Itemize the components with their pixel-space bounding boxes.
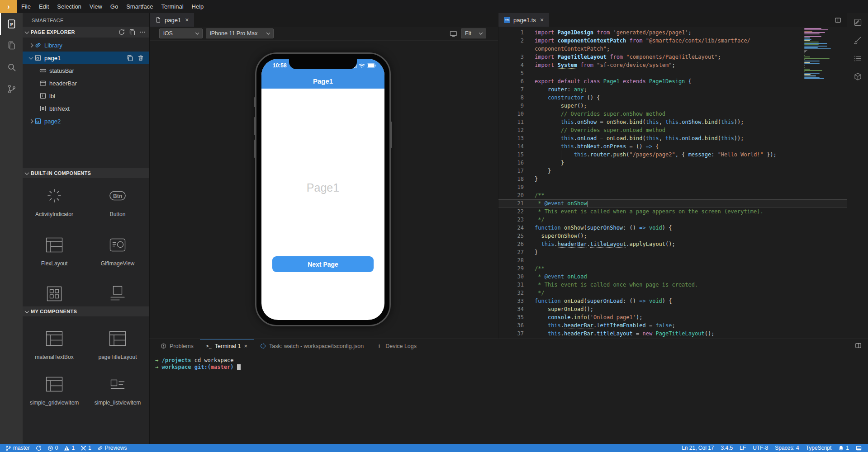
code-line[interactable]: 30 * @event onLoad bbox=[498, 273, 847, 281]
built-in-components-header[interactable]: BUILT-IN COMPONENTS bbox=[23, 168, 149, 178]
code-line[interactable]: 33function onLoad(superOnLoad: () => voi… bbox=[498, 297, 847, 305]
component-item-ActivityIndicator[interactable]: ActivityIndicator bbox=[23, 178, 86, 227]
menu-terminal[interactable]: Terminal bbox=[157, 0, 187, 13]
tree-item-headerbar[interactable]: headerBar bbox=[23, 77, 149, 89]
code-line[interactable]: 9 super(); bbox=[498, 102, 847, 110]
code-line[interactable]: 21 * @event onShow bbox=[498, 199, 847, 207]
code-line[interactable]: 34 superOnLoad(); bbox=[498, 305, 847, 313]
status-encoding[interactable]: UTF-8 bbox=[753, 445, 768, 451]
status-notifications[interactable]: 1 bbox=[838, 445, 849, 451]
app-logo-icon[interactable]: › bbox=[0, 0, 17, 13]
menu-go[interactable]: Go bbox=[106, 0, 122, 13]
activity-item-source-control[interactable] bbox=[0, 78, 23, 100]
rotate-device-icon[interactable] bbox=[450, 30, 457, 37]
component-item-materialTextBox[interactable]: materialTextBox bbox=[23, 316, 86, 362]
component-item-FlexLayout[interactable]: FlexLayout bbox=[23, 227, 86, 277]
code-line[interactable]: 24function onShow(superOnShow: () => voi… bbox=[498, 224, 847, 232]
component-item-simple_listviewitem[interactable]: simple_listviewitem bbox=[86, 362, 149, 408]
panel-layout-icon[interactable] bbox=[855, 342, 862, 349]
component-item-pageTitleLayout[interactable]: pageTitleLayout bbox=[86, 316, 149, 362]
more-icon[interactable] bbox=[139, 29, 146, 35]
properties-list-icon[interactable] bbox=[847, 49, 868, 67]
theme-brush-icon[interactable] bbox=[847, 31, 868, 49]
modules-cube-icon[interactable] bbox=[847, 67, 868, 85]
status-layout-toggle[interactable] bbox=[856, 445, 862, 451]
code-line[interactable]: 7 router: any; bbox=[498, 85, 847, 94]
status-cursor-position[interactable]: Ln 21, Col 17 bbox=[682, 445, 714, 451]
menu-help[interactable]: Help bbox=[188, 0, 208, 13]
menu-smartface[interactable]: Smartface bbox=[122, 0, 157, 13]
code-line[interactable]: 37 this.headerBar.titleLayout = new Page… bbox=[498, 330, 847, 338]
status-version[interactable]: 3.4.5 bbox=[721, 445, 733, 451]
panel-tab-terminal-1[interactable]: >_Terminal 1× bbox=[200, 339, 254, 353]
component-item-grid-view[interactable] bbox=[23, 277, 86, 306]
code-line[interactable]: 5 bbox=[498, 69, 847, 77]
code-line[interactable]: 32 */ bbox=[498, 289, 847, 297]
code-line[interactable]: 1import Page1Design from 'generated/page… bbox=[498, 28, 847, 37]
status-indentation[interactable]: Spaces: 4 bbox=[775, 445, 799, 451]
status-eol[interactable]: LF bbox=[740, 445, 746, 451]
activity-item-smartface[interactable]: P bbox=[0, 13, 23, 35]
menu-file[interactable]: File bbox=[17, 0, 35, 13]
code-line[interactable]: 10 // Overrides super.onShow method bbox=[498, 110, 847, 118]
code-line[interactable]: 16 } bbox=[498, 159, 847, 167]
code-line[interactable]: 20/** bbox=[498, 191, 847, 199]
status-warnings[interactable]: 1 bbox=[64, 445, 75, 451]
close-icon[interactable]: × bbox=[184, 16, 190, 24]
code-line[interactable]: 13 this.onLoad = onLoad.bind(this, this.… bbox=[498, 134, 847, 142]
code-line[interactable]: 36 this.headerBar.leftItemEnabled = fals… bbox=[498, 321, 847, 330]
status-errors[interactable]: 0 bbox=[47, 445, 58, 451]
duplicate-icon[interactable] bbox=[127, 55, 133, 61]
component-item-image-view[interactable] bbox=[86, 277, 149, 306]
close-icon[interactable]: × bbox=[539, 16, 545, 24]
component-item-Button[interactable]: BtnButton bbox=[86, 178, 149, 227]
code-line[interactable]: 31 * This event is called once when page… bbox=[498, 281, 847, 289]
code-line[interactable]: 25 superOnShow(); bbox=[498, 232, 847, 240]
tree-item-btnnext[interactable]: BbtnNext bbox=[23, 102, 149, 115]
tab-page1-ts[interactable]: TS page1.ts × bbox=[498, 13, 549, 27]
code-line[interactable]: 23 */ bbox=[498, 216, 847, 224]
terminal-output[interactable]: → /projects cd workspace→ workspace git:… bbox=[155, 357, 863, 441]
panel-tab-device-logs[interactable]: iDevice Logs bbox=[370, 339, 423, 353]
status-sync[interactable] bbox=[36, 445, 42, 451]
code-line[interactable]: 18} bbox=[498, 175, 847, 183]
device-select[interactable]: iPhone 11 Pro Max bbox=[206, 28, 274, 38]
page-explorer-header[interactable]: PAGE EXPLORER bbox=[23, 27, 149, 38]
code-line[interactable]: 6export default class Page1 extends Page… bbox=[498, 77, 847, 85]
component-item-GifImageView[interactable]: GifImageView bbox=[86, 227, 149, 277]
tree-item-page1[interactable]: page1 bbox=[23, 52, 149, 64]
code-line[interactable]: 12 // Overrides super.onLoad method bbox=[498, 126, 847, 134]
code-line[interactable]: 11 this.onShow = onShow.bind(this, this.… bbox=[498, 118, 847, 126]
code-line[interactable]: 15 this.router.push("/pages/page2", { me… bbox=[498, 151, 847, 159]
refresh-icon[interactable] bbox=[119, 29, 125, 35]
tree-item-page2[interactable]: page2 bbox=[23, 115, 149, 127]
code-line[interactable]: 22 * This event is called when a page ap… bbox=[498, 207, 847, 216]
code-line[interactable]: 27} bbox=[498, 248, 847, 256]
tree-item-lbl[interactable]: Llbl bbox=[23, 89, 149, 102]
os-select[interactable]: iOS bbox=[159, 28, 203, 38]
component-item-simple_gridviewItem[interactable]: simple_gridviewItem bbox=[23, 362, 86, 408]
close-icon[interactable]: × bbox=[244, 343, 248, 349]
my-components-header[interactable]: MY COMPONENTS bbox=[23, 306, 149, 316]
design-editor-icon[interactable] bbox=[847, 13, 868, 31]
code-line[interactable]: 19 bbox=[498, 183, 847, 191]
code-line[interactable]: 14 this.btnNext.onPress = () => { bbox=[498, 142, 847, 151]
code-line[interactable]: 4import System from "sf-core/device/syst… bbox=[498, 61, 847, 69]
menu-selection[interactable]: Selection bbox=[53, 0, 85, 13]
activity-item-pages[interactable] bbox=[0, 35, 23, 56]
status-branch[interactable]: master bbox=[5, 445, 30, 451]
code-line[interactable]: 8 constructor () { bbox=[498, 94, 847, 102]
code-line[interactable]: 35 console.info('Onload page1'); bbox=[498, 313, 847, 321]
code-line[interactable]: componentContextPatch"; bbox=[498, 45, 847, 53]
minimap[interactable] bbox=[804, 28, 842, 80]
status-language[interactable]: TypeScript bbox=[806, 445, 832, 451]
tree-item-library[interactable]: Library bbox=[23, 39, 149, 52]
menu-view[interactable]: View bbox=[85, 0, 106, 13]
code-line[interactable]: 17 } bbox=[498, 167, 847, 175]
code-line[interactable]: 2import componentContextPatch from "@sma… bbox=[498, 37, 847, 45]
status-previews[interactable]: Previews bbox=[97, 445, 127, 451]
code-line[interactable]: 29/** bbox=[498, 264, 847, 273]
activity-item-search[interactable] bbox=[0, 56, 23, 78]
code-line[interactable]: 28 bbox=[498, 256, 847, 264]
code-line[interactable]: 3import PageTitleLayout from "components… bbox=[498, 53, 847, 61]
